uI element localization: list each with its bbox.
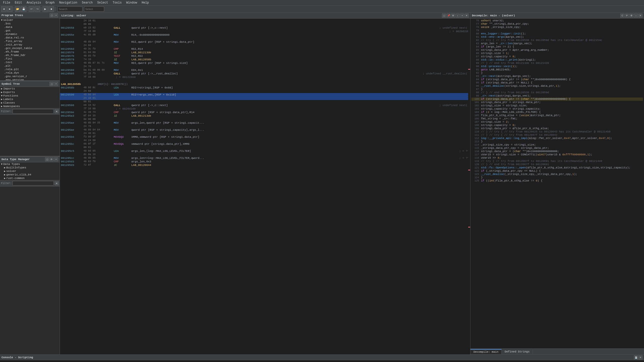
sidebar-item-labels[interactable]: ▶ Labels — [0, 98, 60, 101]
dc-line-116[interactable]: 116 string1.data_ptr = (char **)0x1b6000… — [471, 150, 643, 153]
toolbar-forward[interactable]: ► — [7, 6, 13, 12]
tree-data[interactable]: .data — [0, 25, 60, 29]
tab-defined-strings[interactable]: Defined Strings — [502, 349, 533, 354]
dc-line-100[interactable]: 100 if (string1.data_ptr != (char **)0x8… — [471, 98, 643, 101]
listing-line-cmp1[interactable]: 0012056d 49 3c f9 CMP RSI,R14 — [60, 47, 470, 51]
listing-line-movdqa[interactable]: 001205bc 66 0f 1f MOVDQA xmmword ptr [st… — [60, 142, 470, 146]
tree-eh-frame-hdr[interactable]: .eh_frame_hdr — [0, 54, 60, 57]
dc-line-90[interactable]: 90 std::process::exit(1); — [471, 65, 643, 68]
dc-line-82[interactable]: 82 // try { // try from 00120538 to 0012… — [471, 39, 643, 42]
dc-icon4[interactable]: ↕ — [634, 14, 638, 18]
menu-tools[interactable]: Tools — [111, 1, 124, 5]
toolbar-back[interactable]: ◄ — [1, 6, 7, 12]
tree-init-array[interactable]: .init_array — [0, 43, 60, 47]
menu-select[interactable]: Select — [95, 1, 110, 5]
listing-line-test[interactable]: 0012057b 48 85 f6 TEST RSI,RSI — [60, 54, 470, 58]
toolbar-save[interactable]: 💾 — [21, 6, 26, 12]
dc-line-86[interactable]: 86 string1.size = 1; — [471, 52, 643, 55]
menu-analysis[interactable]: Analysis — [25, 1, 43, 5]
select-input[interactable] — [84, 7, 104, 12]
sidebar-item-namespaces[interactable]: ▶ Namespaces — [0, 105, 60, 108]
dtm-datatypes[interactable]: ▼ Data Types — [0, 162, 60, 166]
dc-line-114[interactable]: 114 _string1_size_cpy = string1_size; — [471, 143, 643, 147]
dc-icon1[interactable]: C — [620, 14, 624, 18]
tree-fini-array[interactable]: .fini_array — [0, 39, 60, 43]
listing-line-jc[interactable]: 001205d3 72 6f JC LAB_00120644 — [60, 163, 470, 167]
symbol-tree-filter-input[interactable] — [13, 109, 54, 114]
listing-line-movdqu-cont[interactable]: 44 24 68 — [60, 139, 470, 142]
decompile-content[interactable]: 76 ushort uVar32; 77 char **_string1_dat… — [470, 19, 644, 348]
tree-got[interactable]: .got — [0, 29, 60, 32]
listing-line-lea1[interactable]: 0012058b 48 8d 8c LEA RDI=>string1,[RSP … — [60, 86, 470, 89]
dc-line-102[interactable]: 102 string1_size = string1.size; — [471, 104, 643, 107]
dc-line-99[interactable]: 99 _c>::next(&string1,&args_vec); — [471, 94, 643, 98]
console-icon1[interactable]: 💾 — [634, 355, 638, 359]
dc-line-113[interactable]: 113 } — [471, 140, 643, 143]
menu-window[interactable]: Window — [124, 1, 139, 5]
listing-line-call3[interactable]: 00120598 e8 15 52 CALL qword ptr [->_c::… — [60, 104, 470, 107]
console-content[interactable] — [0, 360, 644, 362]
tree-rela-plt[interactable]: .rela.plt — [0, 68, 60, 71]
listing-icon3[interactable]: ⚙ — [451, 14, 455, 18]
menu-search[interactable]: Search — [80, 1, 95, 5]
listing-line-lea2-cont[interactable]: 24 10 01 — [60, 97, 470, 100]
sidebar-item-classes[interactable]: ▶ Classes — [0, 101, 60, 105]
dc-line-92[interactable]: 92 } — [471, 71, 643, 75]
listing-line-jz3[interactable]: 001205a3 0f 04 35 JZ LAB_001213de — [60, 114, 470, 118]
tree-plt[interactable]: .plt — [0, 64, 60, 68]
dc-line-85[interactable]: 85 string1_data_ptr = &ptr_wrong_arg_num… — [471, 49, 643, 52]
dc-line-107[interactable]: 107 string1.size = 2; — [471, 120, 643, 124]
sidebar-item-functions[interactable]: ▼ Functions — [0, 94, 60, 98]
dc-line-105[interactable]: 105 file_ptr_6_sthg_else = (usize)&strin… — [471, 114, 643, 117]
listing-line-mov5-cont[interactable]: 24 78 — [60, 125, 470, 128]
dtm-generic-clib[interactable]: ▶ generic_clib_64 — [0, 173, 60, 176]
dc-line-112[interactable]: 112 log::__private_api::log_impl(&log::f… — [471, 137, 643, 140]
dc-line-121[interactable]: 121 std::fs::OpenOptions::_open(&file_pt… — [471, 166, 643, 169]
listing-line-cmp2[interactable]: 0012059e 4c 39 74 CMP qword ptr [RSP + s… — [60, 111, 470, 114]
dc-icon3[interactable]: ⚙ — [629, 14, 633, 18]
tree-gnu-version[interactable]: .gnu.version — [0, 78, 60, 80]
listing-line-mov4[interactable]: 00120580 ba 01 00 00 00 MOV EDX,0x1 — [60, 68, 470, 72]
listing-line-jz3-cont[interactable]: 0e 00 00 — [60, 118, 470, 121]
dc-line-91[interactable]: 91 goto LAB_001214d3; — [471, 68, 643, 71]
dc-line-94[interactable]: 94 if (string1.data_ptr != (char **)0x80… — [471, 78, 643, 81]
listing-line-call2[interactable]: 00120585 ff 15 f5 CALL qword ptr [->__ru… — [60, 72, 470, 75]
dc-icon5[interactable]: ✕ — [638, 14, 642, 18]
tree-gcc-except[interactable]: .gcc_except_table — [0, 47, 60, 50]
listing-line-call1-cont[interactable]: 7f 16 00 ; = 0020d2d0 — [60, 30, 470, 33]
listing-line-lea3[interactable]: 001205c5 48 8d 05 LEA args_len,[log::MAX… — [60, 149, 470, 153]
dc-line-108[interactable]: 108 string1.capacity = 0; — [471, 124, 643, 127]
dtm-solver[interactable]: ▶ solver — [0, 169, 60, 173]
listing-line-pre2[interactable]: 00 00 — [60, 23, 470, 26]
dtm-icon3[interactable]: + — [54, 157, 58, 161]
sidebar-item-imports[interactable]: ▶ Imports — [0, 87, 60, 90]
listing-line-lea3-cont[interactable]: dc 8a 16 — [60, 153, 470, 156]
dc-line-89[interactable]: 89 // } // end try from 001213de to 0012… — [471, 62, 643, 65]
tab-decompile-main[interactable]: Decompile: main — [470, 349, 502, 354]
dtm-builtintypes[interactable]: ▶ BuiltInTypes — [0, 166, 60, 169]
dc-line-111[interactable]: 111 // } // try { // try from 0012067f t… — [471, 133, 643, 137]
listing-line-lea2-cont2[interactable]: 00 01 — [60, 100, 470, 104]
dc-line-110[interactable]: 110 // } // try { // try from 00120625 t… — [471, 130, 643, 133]
dtm-rust-common[interactable]: ▶ rust-common — [0, 176, 60, 180]
dc-line-81[interactable]: 81 std::env::args(&args_vec); — [471, 35, 643, 39]
dc-line-123[interactable]: 123 __rust_dealloc(_string1_size_cpy,_st… — [471, 173, 643, 176]
dc-line-84[interactable]: 84 if (args_len != 2) { — [471, 45, 643, 49]
dc-line-78[interactable]: 78 usize _string1_size_cpy; — [471, 26, 643, 29]
listing-line-lea1-cont[interactable]: 24 68 — [60, 89, 470, 93]
tree-dynamic[interactable]: .dynamic — [0, 32, 60, 36]
menu-help[interactable]: Help — [140, 1, 151, 5]
dc-line-118[interactable]: 118 uVar15 >> 8; — [471, 156, 643, 160]
dc-line-98[interactable]: 98 // } // end try from 00120538 to 0012… — [471, 91, 643, 94]
listing-icon6[interactable]: ✕ — [465, 14, 469, 18]
dc-icon2[interactable]: P — [625, 14, 629, 18]
dc-line-124[interactable]: 124 } — [471, 176, 643, 179]
menu-navigation[interactable]: Navigation — [57, 1, 79, 5]
dc-line-106[interactable]: 106 fmt_string = _c>::fmt; — [471, 117, 643, 120]
dc-line-101[interactable]: 101 string1_data_ptr = string1.data_ptr; — [471, 101, 643, 104]
listing-line-mov2[interactable]: 00120568 48 8b 84 MOV RSI,qword ptr [RSP… — [60, 40, 470, 44]
search-input[interactable] — [57, 7, 83, 12]
program-trees-icon1[interactable]: ◻ — [50, 13, 54, 17]
toolbar-open[interactable]: 📂 — [15, 6, 20, 12]
listing-icon1[interactable]: ◻ — [442, 14, 446, 18]
